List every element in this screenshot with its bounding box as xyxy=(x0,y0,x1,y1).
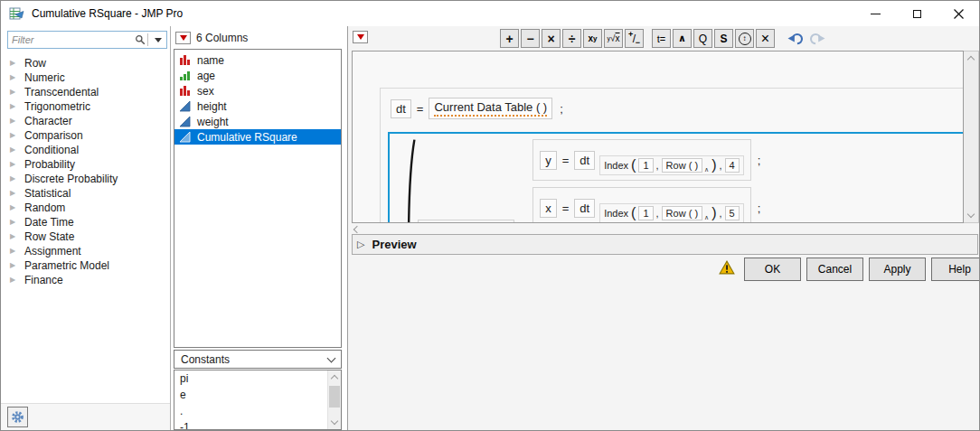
redo-button[interactable] xyxy=(806,32,827,46)
scroll-up-arrow[interactable] xyxy=(964,52,978,65)
maximize-button[interactable] xyxy=(896,1,938,26)
dt-box[interactable]: dt xyxy=(574,151,595,170)
category-discrete-probability[interactable]: Discrete Probability xyxy=(10,172,170,186)
power-button[interactable]: xy xyxy=(583,29,602,48)
dialog-footer: OK Cancel Apply Help xyxy=(348,255,980,430)
help-button[interactable]: Help xyxy=(931,258,980,281)
category-character[interactable]: Character xyxy=(10,114,170,128)
current-data-table-box[interactable]: Current Data Table ( ) xyxy=(429,98,552,119)
local-variable-button[interactable]: t= xyxy=(652,29,671,48)
subtract-button[interactable]: − xyxy=(521,29,540,48)
category-parametric-model[interactable]: Parametric Model xyxy=(10,258,170,273)
columns-red-triangle-menu-button[interactable] xyxy=(175,32,191,44)
collapsed-triangle-icon[interactable] xyxy=(10,248,17,255)
collapsed-triangle-icon[interactable] xyxy=(10,146,17,154)
variable-dt-box[interactable]: dt xyxy=(391,99,411,118)
collapsed-triangle-icon[interactable] xyxy=(10,161,17,168)
constant-item[interactable]: . xyxy=(174,403,341,419)
root-button[interactable]: y√x xyxy=(604,29,623,48)
column-row-cumulative-rsquare-selected[interactable]: Cumulative RSquare xyxy=(174,129,341,145)
apply-button[interactable]: Apply xyxy=(869,258,926,281)
row-function-box[interactable]: Row ( ) xyxy=(662,158,702,173)
disclosure-triangle-icon[interactable] xyxy=(357,239,364,249)
collapsed-triangle-icon[interactable] xyxy=(10,117,17,125)
category-row[interactable]: Row xyxy=(10,56,170,70)
category-transcendental[interactable]: Transcendental xyxy=(10,85,170,99)
sign-toggle-button[interactable]: +/− xyxy=(625,29,644,48)
column-row-sex[interactable]: sex xyxy=(174,83,341,98)
column-row-age[interactable]: age xyxy=(174,68,341,83)
filter-dropdown-button[interactable] xyxy=(150,32,166,48)
preview-section[interactable]: Preview xyxy=(352,234,978,255)
constant-item[interactable]: pi xyxy=(174,370,341,387)
row-function-box[interactable]: Row ( ) xyxy=(662,206,702,220)
y-assignment[interactable]: y = dt Index ( 1 , Row ( )∧ xyxy=(532,139,750,181)
collapsed-triangle-icon[interactable] xyxy=(10,233,17,240)
dt-box[interactable]: dt xyxy=(574,199,595,218)
add-button[interactable]: + xyxy=(500,29,519,48)
settings-gear-button[interactable] xyxy=(7,407,28,427)
condition-expression[interactable]: Row ( ) > 2 xyxy=(418,220,514,224)
collapsed-triangle-icon[interactable] xyxy=(10,190,17,197)
collapsed-triangle-icon[interactable] xyxy=(10,89,17,96)
scroll-left-arrow[interactable] xyxy=(353,226,361,233)
close-button[interactable] xyxy=(938,1,979,26)
constant-item[interactable]: -1 xyxy=(174,419,341,430)
collapsed-triangle-icon[interactable] xyxy=(10,219,17,226)
scroll-down-arrow[interactable] xyxy=(328,416,341,429)
if-expression-selected[interactable]: If Row ( ) > 2 xyxy=(388,132,964,223)
formula-scrollbar[interactable] xyxy=(964,51,979,223)
category-comparison[interactable]: Comparison xyxy=(10,128,170,143)
category-finance[interactable]: Finance xyxy=(10,273,170,287)
column-row-height[interactable]: height xyxy=(174,98,341,114)
subscript-group[interactable]: Index ( 1 , Row ( )∧ ) , 5 xyxy=(599,203,744,223)
scrollbar-thumb[interactable] xyxy=(329,386,340,408)
scroll-up-arrow[interactable] xyxy=(328,370,341,384)
y-box[interactable]: y xyxy=(540,151,557,170)
filter-input[interactable] xyxy=(8,34,135,45)
swap-arguments-button[interactable]: S xyxy=(714,29,733,48)
collapsed-triangle-icon[interactable] xyxy=(10,132,17,139)
collapsed-triangle-icon[interactable] xyxy=(10,74,17,81)
collapsed-triangle-icon[interactable] xyxy=(10,60,17,67)
cancel-button[interactable]: Cancel xyxy=(806,258,863,281)
collapsed-triangle-icon[interactable] xyxy=(10,103,17,110)
rotate-button[interactable]: Q xyxy=(693,29,712,48)
category-trigonometric[interactable]: Trigonometric xyxy=(10,99,170,114)
constants-scrollbar[interactable] xyxy=(327,370,341,429)
scroll-down-arrow[interactable] xyxy=(964,209,978,222)
category-random[interactable]: Random xyxy=(10,201,170,215)
undo-button[interactable] xyxy=(786,32,806,46)
collapsed-triangle-icon[interactable] xyxy=(10,175,17,183)
column-index-box[interactable]: 4 xyxy=(725,158,740,173)
constant-item[interactable]: e xyxy=(174,387,341,403)
collapsed-triangle-icon[interactable] xyxy=(10,276,17,284)
collapsed-triangle-icon[interactable] xyxy=(10,262,17,269)
horizontal-scrollbar[interactable] xyxy=(352,225,979,234)
index-arg1-box[interactable]: 1 xyxy=(638,206,653,220)
category-probability[interactable]: Probability xyxy=(10,157,170,172)
category-assignment[interactable]: Assignment xyxy=(10,244,170,258)
invert-button[interactable]: ↕ xyxy=(735,29,754,48)
ok-button[interactable]: OK xyxy=(744,258,801,281)
minimize-button[interactable] xyxy=(854,1,896,26)
collapsed-triangle-icon[interactable] xyxy=(10,204,17,211)
constants-dropdown[interactable]: Constants xyxy=(174,350,342,369)
column-row-name[interactable]: name xyxy=(174,52,341,68)
category-numeric[interactable]: Numeric xyxy=(10,70,170,85)
category-row-state[interactable]: Row State xyxy=(10,230,170,244)
category-conditional[interactable]: Conditional xyxy=(10,143,170,157)
x-box[interactable]: x xyxy=(540,199,557,218)
column-index-box[interactable]: 5 xyxy=(725,206,740,220)
column-row-weight[interactable]: weight xyxy=(174,114,341,129)
divide-button[interactable]: ÷ xyxy=(562,29,581,48)
category-statistical[interactable]: Statistical xyxy=(10,186,170,201)
index-arg1-box[interactable]: 1 xyxy=(638,158,653,173)
multiply-button[interactable]: × xyxy=(542,29,561,48)
delete-button[interactable]: × xyxy=(756,29,775,48)
category-date-time[interactable]: Date Time xyxy=(10,215,170,230)
x-assignment[interactable]: x = dt Index ( 1 , Row ( )∧ xyxy=(532,187,750,223)
peel-expression-button[interactable]: ∧ xyxy=(673,29,692,48)
formula-canvas[interactable]: dt = Current Data Table ( ) ; If xyxy=(352,51,964,223)
subscript-group[interactable]: Index ( 1 , Row ( )∧ ) , 4 xyxy=(599,155,744,175)
